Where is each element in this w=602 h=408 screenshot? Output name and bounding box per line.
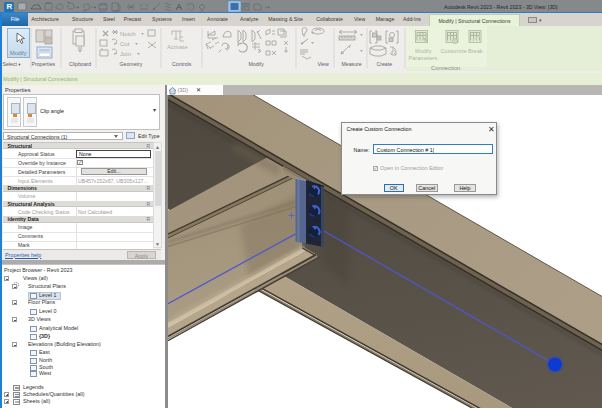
svg-text:A: A bbox=[176, 2, 182, 12]
svg-text:Join: Join bbox=[120, 51, 131, 57]
svg-text:Modify: Modify bbox=[415, 48, 432, 54]
svg-text:Notch: Notch bbox=[120, 31, 136, 37]
svg-text:Customize: Customize bbox=[441, 48, 467, 54]
svg-text:Parameters: Parameters bbox=[409, 55, 438, 61]
svg-text:Activate: Activate bbox=[167, 44, 188, 50]
svg-text:Break: Break bbox=[468, 48, 483, 54]
svg-text:Cut: Cut bbox=[120, 41, 130, 47]
svg-text:Connection: Connection bbox=[431, 65, 460, 71]
